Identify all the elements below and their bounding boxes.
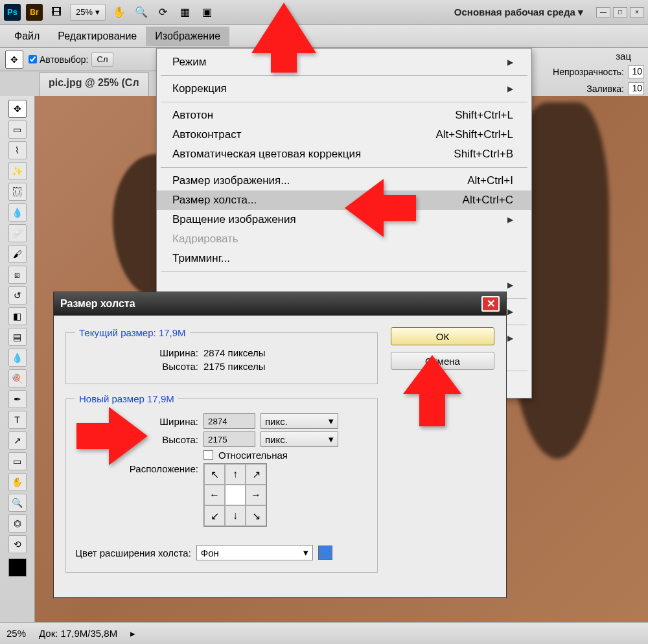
marquee-tool[interactable]: ▭ [8,121,27,139]
anchor-center[interactable] [225,485,246,505]
screenmode-icon[interactable]: ▣ [199,4,216,21]
eyedropper-tool[interactable]: 💧 [8,203,27,222]
fill-input[interactable]: 10 [628,82,644,95]
blur-tool[interactable]: 💧 [8,349,27,367]
zoom-level-dropdown[interactable]: 25% ▾ [70,4,106,21]
svg-marker-3 [403,355,461,426]
autoselect-target[interactable]: Сл [91,52,114,67]
healing-tool[interactable]: 🩹 [8,224,27,242]
wand-tool[interactable]: ✨ [8,162,27,180]
hand-icon[interactable]: ✋ [111,4,128,21]
chevron-right-icon: ▶ [507,334,513,343]
height-unit-select[interactable]: пикс.▾ [260,431,338,447]
brush-tool[interactable]: 🖌 [8,245,27,263]
menu-autocontrast[interactable]: АвтоконтрастAlt+Shift+Ctrl+L [157,125,531,144]
rotate-icon[interactable]: ⟳ [155,4,172,21]
dialog-titlebar[interactable]: Размер холста ✕ [54,292,506,316]
dodge-tool[interactable]: 🍭 [8,369,27,387]
status-doc-size[interactable]: Док: 17,9M/35,8M [39,628,117,639]
chevron-right-icon[interactable]: ▸ [130,628,135,639]
chevron-down-icon: ▾ [329,415,334,427]
anchor-s[interactable]: ↓ [225,505,246,526]
path-tool[interactable]: ↗ [8,431,27,450]
gradient-tool[interactable]: ▤ [8,328,27,346]
menu-trim[interactable]: Тримминг... [157,249,531,268]
menu-image-rotation[interactable]: Вращение изображения▶ [157,210,531,229]
filmstrip-icon[interactable]: 🎞 [48,4,65,21]
menu-separator [161,102,527,102]
chevron-right-icon: ▶ [507,84,513,93]
shortcut-label: Alt+Ctrl+C [463,194,513,207]
annotation-arrow-icon [76,407,148,467]
menu-image-size[interactable]: Размер изображения...Alt+Ctrl+I [157,171,531,190]
toolbox: ✥ ▭ ⌇ ✨ ⿴ 💧 🩹 🖌 ⧇ ↺ ◧ ▤ 💧 🍭 ✒ T ↗ ▭ ✋ 🔍 … [0,96,35,622]
menu-edit[interactable]: Редактирование [49,27,146,46]
autoselect-checkbox[interactable] [29,55,37,63]
stamp-tool[interactable]: ⧇ [8,266,27,284]
hand-tool[interactable]: ✋ [8,473,27,491]
menu-autocolor[interactable]: Автоматическая цветовая коррекцияShift+C… [157,144,531,164]
extension-color-select[interactable]: Фон▾ [196,545,313,560]
move-tool[interactable]: ✥ [8,100,27,118]
3d-camera-tool[interactable]: ⏣ [8,514,27,533]
chevron-down-icon: ▾ [329,433,334,445]
shape-tool[interactable]: ▭ [8,452,27,470]
anchor-e[interactable]: → [246,485,266,505]
3d-rotate-tool[interactable]: ⟲ [8,535,27,553]
bridge-logo-icon[interactable]: Br [26,4,43,21]
workspace-switcher[interactable]: Основная рабочая среда ▾ [454,6,583,18]
extension-color-swatch[interactable] [318,546,332,560]
status-zoom[interactable]: 25% [6,628,26,639]
autoselect-label: Автовыбор: [40,54,89,65]
cur-height-value: 2175 пикселы [203,361,266,372]
maximize-button[interactable]: □ [613,7,627,17]
zoom-icon[interactable]: 🔍 [133,4,150,21]
anchor-n[interactable]: ↑ [225,464,246,485]
menu-separator [161,271,527,272]
ok-button[interactable]: ОК [391,327,494,345]
width-input[interactable] [203,413,255,429]
menu-mode[interactable]: Режим▶ [157,52,531,72]
close-button[interactable]: × [630,7,644,17]
anchor-se[interactable]: ↘ [246,505,266,526]
height-input[interactable] [203,431,255,447]
lasso-tool[interactable]: ⌇ [8,141,27,159]
annotation-arrow-icon [251,3,316,76]
menu-autotone[interactable]: АвтотонShift+Ctrl+L [157,106,531,125]
anchor-nw[interactable]: ↖ [204,464,225,485]
anchor-grid[interactable]: ↖ ↑ ↗ ← → ↙ ↓ ↘ [203,463,267,527]
anchor-ne[interactable]: ↗ [246,464,266,485]
menu-file[interactable]: Файл [5,27,49,46]
width-unit-select[interactable]: пикс.▾ [260,413,338,429]
eraser-tool[interactable]: ◧ [8,307,27,325]
type-tool[interactable]: T [8,411,27,429]
menu-adjustments[interactable]: Коррекция▶ [157,79,531,98]
relative-checkbox[interactable] [203,450,213,460]
opacity-label: Непрозрачность: [553,67,624,77]
history-brush-tool[interactable]: ↺ [8,286,27,305]
menu-canvas-size[interactable]: Размер холста...Alt+Ctrl+C [157,190,531,210]
opacity-input[interactable]: 10 [628,65,644,78]
shortcut-label: Alt+Ctrl+I [467,174,513,187]
menu-image[interactable]: Изображение [146,27,229,46]
arrange-icon[interactable]: ▦ [177,4,194,21]
dialog-close-button[interactable]: ✕ [481,296,500,312]
menu-separator [161,75,527,76]
document-tab[interactable]: pic.jpg @ 25% (Сл [39,73,149,96]
move-tool-icon[interactable]: ✥ [5,51,23,69]
relative-label: Относительная [218,450,288,461]
chevron-right-icon: ▶ [507,58,513,67]
anchor-sw[interactable]: ↙ [204,505,225,526]
extension-color-label: Цвет расширения холста: [75,547,191,558]
pen-tool[interactable]: ✒ [8,390,27,408]
foreground-color-swatch[interactable] [8,558,27,577]
minimize-button[interactable]: — [596,7,610,17]
photoshop-logo-icon: Ps [4,4,21,21]
anchor-w[interactable]: ← [204,485,225,505]
cur-height-label: Высота: [75,361,198,372]
shortcut-label: Alt+Shift+Ctrl+L [435,128,513,141]
crop-tool[interactable]: ⿴ [8,183,27,201]
annotation-arrow-icon [345,179,416,239]
text-tab-fragment[interactable]: зац [536,51,644,62]
zoom-tool[interactable]: 🔍 [8,494,27,512]
